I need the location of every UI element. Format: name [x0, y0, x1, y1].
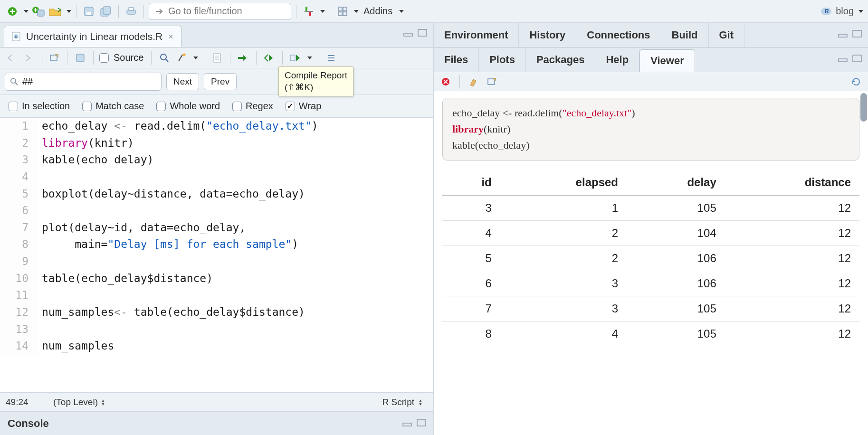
scrollbar-thumb[interactable] — [860, 93, 867, 122]
code-editor[interactable]: 1echo_delay <- read.delim("echo_delay.tx… — [0, 118, 433, 392]
code-line[interactable]: 9 — [0, 253, 433, 270]
tab-files[interactable]: Files — [434, 47, 479, 72]
show-in-new-window-button[interactable] — [47, 51, 61, 65]
wrap-checkbox[interactable] — [286, 102, 295, 111]
console-tab[interactable]: Console — [0, 411, 433, 435]
refresh-viewer-button[interactable] — [849, 75, 863, 89]
code-line[interactable]: 10table(echo_delay$distance) — [0, 270, 433, 287]
maximize-viewer-icon[interactable] — [851, 53, 864, 64]
code-line[interactable]: 12num_samples<- table(echo_delay$distanc… — [0, 304, 433, 321]
tab-environment[interactable]: Environment — [434, 23, 519, 47]
minimize-console-icon[interactable] — [401, 417, 414, 428]
tools-caret[interactable] — [320, 10, 325, 13]
table-row: 6310612 — [442, 271, 859, 296]
code-line[interactable]: 4 — [0, 169, 433, 186]
whole-word-checkbox[interactable] — [156, 102, 166, 111]
code-line[interactable]: 8 main="Delay [ms] for each sample") — [0, 236, 433, 253]
code-line[interactable]: 2library(knitr) — [0, 135, 433, 152]
source-menu-caret[interactable] — [307, 57, 312, 59]
remove-viewer-button[interactable] — [439, 75, 453, 89]
new-file-menu-caret[interactable] — [24, 10, 29, 13]
goto-file-input[interactable]: Go to file/function — [149, 3, 291, 20]
tab-connections[interactable]: Connections — [576, 23, 661, 47]
project-menu-caret[interactable] — [858, 10, 863, 13]
save-source-button[interactable] — [73, 51, 87, 65]
find-input[interactable]: ## — [5, 73, 162, 91]
tab-history[interactable]: History — [519, 23, 576, 47]
tab-plots[interactable]: Plots — [479, 47, 526, 72]
tab-viewer[interactable]: Viewer — [639, 49, 695, 72]
close-tab-button[interactable]: × — [167, 32, 174, 42]
tab-git[interactable]: Git — [709, 23, 745, 47]
match-case-label: Match case — [95, 101, 144, 112]
print-button[interactable] — [124, 4, 139, 19]
main-toolbar: Go to file/function Addins R blog — [0, 0, 868, 23]
maximize-pane-icon[interactable] — [416, 28, 429, 38]
column-header: id — [442, 170, 500, 195]
code-line[interactable]: 7plot(delay~id, data=echo_delay, — [0, 219, 433, 236]
outline-button[interactable] — [324, 51, 338, 65]
find-options: In selection Match case Whole word Regex… — [0, 95, 433, 118]
addins-menu[interactable]: Addins — [361, 6, 395, 17]
source-button[interactable] — [288, 51, 303, 65]
scope-selector[interactable]: (Top Level) ▲▼ — [48, 397, 110, 407]
maximize-console-icon[interactable] — [415, 417, 429, 428]
svg-rect-2 — [38, 10, 44, 16]
open-recent-caret[interactable] — [67, 10, 71, 13]
viewer-tabs: FilesPlotsPackagesHelpViewer — [434, 47, 868, 72]
find-next-button[interactable]: Next — [166, 73, 199, 90]
minimize-env-icon[interactable] — [837, 28, 850, 39]
table-cell: 106 — [627, 246, 725, 271]
tab-help[interactable]: Help — [595, 47, 639, 72]
code-line[interactable]: 11 — [0, 287, 433, 304]
tools-button[interactable] — [301, 4, 316, 19]
file-tab-title: Uncertainty in Linear models.R — [26, 31, 162, 42]
tab-build[interactable]: Build — [661, 23, 709, 47]
table-cell: 3 — [500, 296, 627, 322]
save-button[interactable] — [81, 4, 96, 19]
find-prev-button[interactable]: Prev — [204, 73, 237, 90]
code-line[interactable]: 6 — [0, 202, 433, 219]
compile-report-button[interactable] — [210, 51, 224, 65]
find-replace-button[interactable] — [157, 51, 172, 65]
code-line[interactable]: 3kable(echo_delay) — [0, 151, 433, 169]
maximize-env-icon[interactable] — [851, 28, 864, 39]
minimize-pane-icon[interactable] — [402, 28, 415, 38]
nav-back-button[interactable] — [4, 51, 18, 65]
svg-rect-35 — [839, 59, 847, 62]
regex-checkbox[interactable] — [232, 102, 242, 111]
language-selector[interactable]: R Script ▲▼ — [382, 397, 428, 407]
clear-viewer-button[interactable] — [467, 75, 481, 89]
addins-caret[interactable] — [399, 10, 404, 13]
run-button[interactable] — [236, 51, 250, 65]
nav-forward-button[interactable] — [21, 51, 35, 65]
minimize-viewer-icon[interactable] — [837, 53, 850, 64]
goto-arrow-icon — [155, 7, 163, 16]
project-name[interactable]: blog — [836, 6, 854, 17]
in-selection-checkbox[interactable] — [9, 102, 18, 111]
save-all-button[interactable] — [98, 4, 114, 19]
open-file-button[interactable] — [48, 4, 63, 19]
code-line[interactable]: 14num_samples — [0, 338, 433, 355]
code-line[interactable]: 1echo_delay <- read.delim("echo_delay.tx… — [0, 118, 433, 135]
open-in-browser-button[interactable] — [485, 75, 499, 89]
grid-button[interactable] — [335, 4, 350, 19]
grid-caret[interactable] — [354, 10, 359, 13]
new-file-button[interactable] — [5, 4, 20, 19]
rerun-button[interactable] — [262, 51, 277, 65]
svg-rect-13 — [343, 7, 347, 11]
code-tools-caret[interactable] — [193, 57, 198, 59]
svg-rect-10 — [309, 11, 311, 16]
table-cell: 1 — [500, 195, 627, 221]
new-project-button[interactable] — [30, 4, 46, 19]
code-line[interactable]: 5boxplot(delay~distance, data=echo_delay… — [0, 186, 433, 203]
svg-rect-14 — [338, 12, 342, 16]
source-on-save-checkbox[interactable] — [99, 53, 109, 63]
separator — [296, 5, 296, 18]
code-line[interactable]: 13 — [0, 321, 433, 338]
svg-rect-21 — [404, 33, 412, 36]
tab-packages[interactable]: Packages — [526, 47, 596, 72]
match-case-checkbox[interactable] — [82, 102, 92, 111]
file-tab[interactable]: R Uncertainty in Linear models.R × — [4, 26, 181, 47]
code-tools-button[interactable] — [174, 51, 189, 65]
